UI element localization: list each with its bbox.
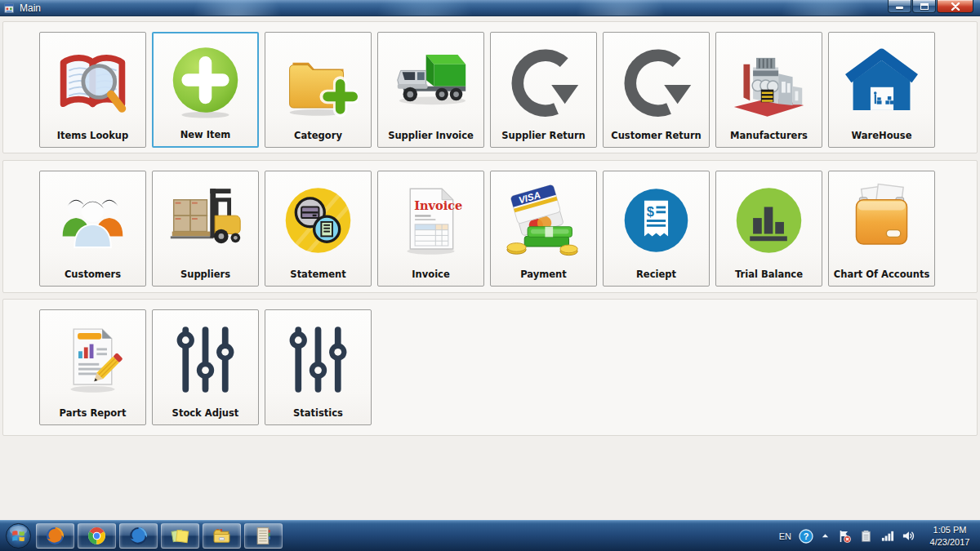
ledger-notebook-icon <box>253 526 274 546</box>
minimize-button[interactable] <box>888 0 911 13</box>
close-icon <box>951 2 960 11</box>
button-label: Statement <box>288 269 347 280</box>
desktop-screen: Main Items Lookup New Item <box>0 0 980 551</box>
chevron-up-icon <box>821 531 830 540</box>
clipboard-device-icon <box>859 529 873 543</box>
button-manufacturers[interactable]: Manufacturers <box>715 32 822 148</box>
return-arrow-icon <box>491 33 596 130</box>
button-label: Chart Of Accounts <box>832 269 932 280</box>
card-document-icon <box>265 171 371 269</box>
sticky-notes-icon <box>170 526 190 546</box>
button-label: Items Lookup <box>56 130 131 141</box>
warehouse-icon <box>829 33 934 130</box>
taskbar: EN ? <box>0 520 980 551</box>
cards-cash-icon <box>491 171 596 269</box>
maximize-button[interactable] <box>912 0 936 13</box>
report-pencil-icon <box>40 310 145 407</box>
button-label: Customers <box>63 269 122 280</box>
green-plus-icon <box>154 33 257 129</box>
taskbar-app-file-organizer[interactable] <box>203 523 241 549</box>
people-group-icon <box>40 171 145 269</box>
help-button[interactable]: ? <box>799 529 813 544</box>
button-statement[interactable]: Statement <box>265 171 372 287</box>
button-items-lookup[interactable]: Items Lookup <box>39 32 146 148</box>
taskbar-app-ledger-notebook[interactable] <box>244 523 283 549</box>
button-label: Category <box>292 130 344 141</box>
chrome-icon <box>87 526 107 546</box>
button-label: Supplier Invoice <box>386 130 475 141</box>
clock[interactable]: 1:05 PM 4/23/2017 <box>926 524 973 548</box>
button-label: Reciept <box>635 269 678 280</box>
button-supplier-invoice[interactable]: Supplier Invoice <box>377 32 484 148</box>
file-organizer-icon <box>212 526 232 546</box>
button-new-item[interactable]: New Item <box>152 32 259 148</box>
maximize-icon <box>920 3 929 10</box>
return-arrow-icon <box>604 33 709 130</box>
action-center-button[interactable] <box>837 529 852 544</box>
window-client-area: Items Lookup New Item Category Supplier … <box>0 17 980 520</box>
button-supplier-return[interactable]: Supplier Return <box>490 32 597 148</box>
button-label: WareHouse <box>850 130 914 141</box>
button-trial-balance[interactable]: Trial Balance <box>715 171 822 287</box>
button-invoice[interactable]: Invoice <box>377 171 484 287</box>
bar-chart-icon <box>716 171 822 269</box>
button-category[interactable]: Category <box>265 32 372 148</box>
button-statistics[interactable]: Statistics <box>265 309 372 425</box>
action-center-flag-icon <box>837 529 852 544</box>
invoice-page-icon <box>378 171 483 269</box>
forklift-icon <box>153 171 258 269</box>
button-label: New Item <box>179 129 233 140</box>
button-parts-report[interactable]: Parts Report <box>39 309 146 425</box>
speaker-icon <box>902 529 915 543</box>
minimize-icon <box>896 7 903 9</box>
language-indicator[interactable]: EN <box>779 531 791 541</box>
truck-icon <box>378 33 483 130</box>
firefox-icon <box>45 526 65 546</box>
button-chart-of-accounts[interactable]: Chart Of Accounts <box>828 171 935 287</box>
button-label: Trial Balance <box>733 269 804 280</box>
close-button[interactable] <box>937 0 973 13</box>
window-titlebar: Main <box>0 0 980 16</box>
taskbar-app-chrome[interactable] <box>78 523 116 549</box>
firefox-blue-icon <box>128 526 149 546</box>
button-payment[interactable]: Payment <box>490 171 597 287</box>
folder-plus-icon <box>265 33 371 130</box>
help-glyph: ? <box>804 531 809 541</box>
button-label: Supplier Return <box>500 130 587 141</box>
clock-date: 4/23/2017 <box>926 536 973 548</box>
window-app-icon <box>4 2 16 14</box>
button-suppliers[interactable]: Suppliers <box>152 171 259 287</box>
button-warehouse[interactable]: WareHouse <box>828 32 935 148</box>
network-signal-bars-icon <box>880 529 894 543</box>
start-button[interactable] <box>3 522 33 551</box>
window-title: Main <box>20 2 41 14</box>
button-label: Customer Return <box>609 130 703 141</box>
button-stock-adjust[interactable]: Stock Adjust <box>152 309 259 425</box>
volume-button[interactable] <box>902 529 915 543</box>
toolbar-row-1: Items Lookup New Item Category Supplier … <box>2 21 978 153</box>
button-label: Parts Report <box>58 407 128 419</box>
factory-icon <box>716 33 822 130</box>
taskbar-app-buttons <box>36 523 283 549</box>
system-tray: EN ? <box>779 524 980 548</box>
receipt-icon <box>604 171 709 269</box>
button-label: Stock Adjust <box>171 407 241 419</box>
clock-time: 1:05 PM <box>926 524 973 535</box>
wallet-folder-icon <box>829 171 934 269</box>
taskbar-app-firefox-blue[interactable] <box>119 523 158 549</box>
button-customer-return[interactable]: Customer Return <box>603 32 710 148</box>
device-button[interactable] <box>859 529 873 543</box>
windows-start-orb-icon <box>5 522 32 549</box>
sliders-icon <box>265 310 371 407</box>
show-hidden-icons-button[interactable] <box>821 531 830 540</box>
taskbar-app-sticky-notes[interactable] <box>161 523 199 549</box>
button-customers[interactable]: Customers <box>39 171 146 287</box>
button-label: Payment <box>519 269 568 280</box>
sliders-icon <box>153 310 258 407</box>
button-reciept[interactable]: Reciept <box>603 171 710 287</box>
button-label: Invoice <box>410 269 451 280</box>
network-button[interactable] <box>880 529 894 543</box>
help-icon: ? <box>799 529 813 544</box>
taskbar-app-firefox[interactable] <box>36 523 74 549</box>
toolbar-row-3: Parts Report Stock Adjust Statistics <box>2 299 978 436</box>
